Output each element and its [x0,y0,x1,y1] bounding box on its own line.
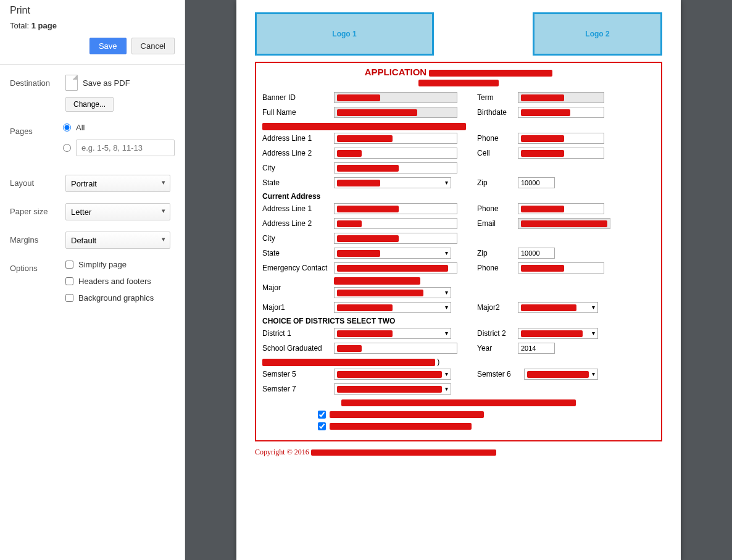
headers-footers-checkbox[interactable] [65,277,73,285]
addr1-field [334,133,457,144]
term-label: Term [477,93,514,102]
curr-addr1-label: Address Line 1 [262,204,330,213]
curr-zip-field: 10000 [518,248,555,259]
sem5-select[interactable] [334,369,451,380]
print-sidebar: Print Total: 1 page Save Cancel Destinat… [0,0,185,560]
major1-select[interactable] [334,302,451,313]
sem6-select[interactable] [524,369,598,380]
school-grad-label: School Graduated [262,344,330,353]
major-select[interactable] [334,287,451,298]
email-field [518,218,610,229]
addr2-label: Address Line 2 [262,149,330,157]
city-label: City [262,164,330,172]
addr2-field [334,148,457,159]
logo-2-placeholder: Logo 2 [533,12,662,56]
application-title: APPLICATION [365,67,427,77]
redacted-bar [341,399,576,406]
districts-header: CHOICE OF DISTRICTS SELECT TWO [262,317,655,325]
cell-label: Cell [477,149,514,157]
district1-label: District 1 [262,329,330,338]
background-graphics-checkbox[interactable] [65,294,73,302]
major2-select[interactable] [518,302,598,313]
state-select[interactable] [334,177,451,188]
destination-label: Destination [10,75,65,88]
redacted-section-header [262,359,435,366]
pages-all-radio[interactable] [63,123,71,132]
major2-label: Major2 [477,303,514,312]
district2-label: District 2 [477,329,514,338]
destination-value: Save as PDF [83,78,130,88]
year-field: 2014 [518,343,555,354]
change-destination-button[interactable]: Change... [65,97,114,112]
full-name-field [334,107,457,118]
district1-select[interactable] [334,328,451,339]
option-checkbox-1[interactable] [318,411,326,419]
options-label: Options [10,260,65,273]
redacted-section-header [262,123,466,130]
redacted-bar [330,411,484,418]
curr-state-select[interactable] [334,248,451,259]
state-label: State [262,178,330,187]
redacted-bar [334,277,420,285]
major1-label: Major1 [262,303,330,312]
zip-label: Zip [477,178,514,187]
addr1-label: Address Line 1 [262,134,330,143]
redacted-bar [311,449,496,456]
curr-addr2-field [334,218,457,229]
margins-select[interactable]: Default [65,232,170,249]
pages-range-radio[interactable] [63,144,71,152]
phone-label: Phone [477,134,514,143]
banner-id-label: Banner ID [262,93,330,102]
emerg-phone-field [518,262,604,274]
birthdate-field [518,107,604,118]
option-checkbox-2[interactable] [318,422,326,430]
cell-field [518,148,604,159]
city-field [334,162,457,173]
curr-phone-label: Phone [477,204,514,213]
simplify-checkbox[interactable] [65,261,73,269]
emerg-phone-label: Phone [477,264,514,272]
total-line: Total: 1 page [10,21,175,30]
email-label: Email [477,219,514,228]
district2-select[interactable] [518,328,598,339]
curr-addr1-field [334,203,457,214]
application-frame: APPLICATION Banner ID Term Full Name Bir… [255,62,662,441]
zip-field: 10000 [518,177,555,188]
preview-page: Logo 1 Logo 2 APPLICATION Banner ID Term… [236,0,681,560]
logo-1-placeholder: Logo 1 [255,12,434,56]
pdf-icon [65,75,78,91]
current-address-header: Current Address [262,192,655,201]
school-grad-field [334,343,457,354]
sem7-label: Semster 7 [262,385,330,393]
save-button[interactable]: Save [89,38,127,54]
layout-label: Layout [10,175,65,188]
curr-phone-field [518,203,604,214]
term-field [518,92,604,103]
major-label: Major [262,283,330,292]
cancel-button[interactable]: Cancel [131,38,175,54]
pages-range-input[interactable] [76,140,175,156]
full-name-label: Full Name [262,108,330,117]
print-title: Print [10,5,175,16]
redacted-bar [418,80,499,86]
papersize-label: Paper size [10,203,65,216]
redacted-bar [429,70,552,77]
sem6-label: Semster 6 [477,370,520,378]
curr-addr2-label: Address Line 2 [262,219,330,228]
layout-select[interactable]: Portrait [65,175,170,192]
year-label: Year [477,344,514,353]
emergency-field [334,262,457,274]
copyright-text: Copyright © 2016 [255,448,309,456]
phone-field [518,133,604,144]
curr-zip-label: Zip [477,249,514,257]
pages-label: Pages [10,123,63,136]
papersize-select[interactable]: Letter [65,203,170,220]
birthdate-label: Birthdate [477,108,514,117]
print-preview-area: Logo 1 Logo 2 APPLICATION Banner ID Term… [185,0,732,560]
margins-label: Margins [10,232,65,244]
curr-state-label: State [262,249,330,257]
sem7-select[interactable] [334,383,451,395]
sem5-label: Semster 5 [262,370,330,378]
redacted-bar [330,423,472,430]
curr-city-label: City [262,234,330,243]
